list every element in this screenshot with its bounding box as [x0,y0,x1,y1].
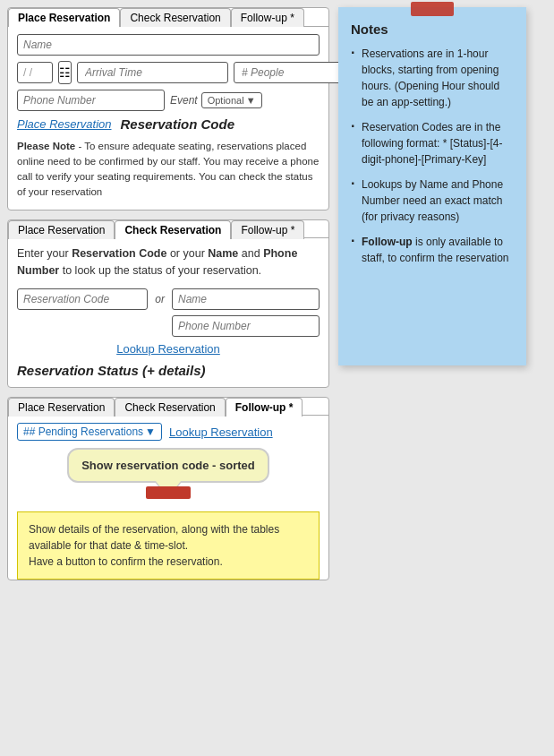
reservation-code-input[interactable] [17,288,148,310]
list-item: Reservations are in 1-hour blocks, start… [351,46,514,110]
or-text: or [155,293,165,305]
tab-place-reservation-2[interactable]: Place Reservation [8,220,115,239]
panel-followup: Place Reservation Check Reservation Foll… [7,397,329,581]
name-input-2[interactable] [172,288,320,310]
tooltip-wrapper: Show reservation code - sorted [17,448,320,483]
phone-input-1[interactable] [17,90,165,111]
tab-bar-3: Place Reservation Check Reservation Foll… [8,398,328,417]
bold-res-code: Reservation Code [72,247,166,260]
lookup-reservation-link-2[interactable]: Lookup Reservation [169,425,273,439]
panel1-body: / / ☷ Event Optional ▼ Place Reservation… [8,27,328,210]
event-select: Event Optional ▼ [170,92,262,108]
list-item: Lookups by Name and Phone Number need an… [351,176,514,225]
status-label: Reservation Status (+ details) [17,363,320,378]
tab-followup-2[interactable]: Follow-up [231,220,304,239]
tab-followup-3[interactable]: Follow-up [226,398,303,417]
arrival-time-input[interactable] [77,62,228,83]
right-column: Notes Reservations are in 1-hour blocks,… [338,7,526,749]
list-item: Follow-up is only available to staff, to… [351,234,514,266]
event-optional-dropdown[interactable]: Optional ▼ [201,92,262,108]
description-text: Enter your Reservation Code or your Name… [17,245,320,279]
pending-reservations-dropdown[interactable]: ## Pending Reservations ▼ [17,423,162,441]
panel2-body: Enter your Reservation Code or your Name… [8,238,328,387]
name-input[interactable] [17,34,320,56]
note-heading: Please Note [17,141,75,151]
panel-place-reservation: Place Reservation Check Reservation Foll… [7,7,329,210]
chevron-down-icon-2: ▼ [145,425,156,438]
notes-tape-decoration [411,2,454,16]
red-tape-wrapper [17,486,320,499]
bold-name: Name [208,247,238,260]
yellow-box-text: Show details of the reservation, along w… [29,523,279,568]
yellow-info-box: Show details of the reservation, along w… [17,511,320,580]
tab-check-reservation-1[interactable]: Check Reservation [120,8,230,27]
notes-panel: Notes Reservations are in 1-hour blocks,… [338,7,526,365]
notes-list: Reservations are in 1-hour blocks, start… [351,46,514,266]
date-input[interactable]: / / [17,62,53,83]
pending-row: ## Pending Reservations ▼ Lookup Reserva… [17,423,320,441]
tab-followup-1[interactable]: Follow-up [231,8,304,27]
phone-input-2[interactable] [172,315,320,337]
tab-check-reservation-3[interactable]: Check Reservation [115,398,225,417]
notes-title: Notes [351,21,514,37]
tab-bar-1: Place Reservation Check Reservation Foll… [8,8,328,27]
bold-followup: Follow-up [362,236,413,248]
event-label: Event [170,94,198,107]
calendar-icon[interactable]: ☷ [58,61,72,84]
left-column: Place Reservation Check Reservation Foll… [7,7,329,749]
chevron-down-icon: ▼ [246,95,256,106]
red-tape-decoration [146,486,191,499]
tab-place-reservation-1[interactable]: Place Reservation [8,8,120,27]
tooltip-bubble: Show reservation code - sorted [67,448,269,483]
panel3-body: ## Pending Reservations ▼ Lookup Reserva… [8,416,328,580]
tab-check-reservation-2[interactable]: Check Reservation [115,220,231,239]
list-item: Reservation Codes are in the following f… [351,119,514,168]
pending-label: ## Pending Reservations [23,425,143,438]
place-reservation-link[interactable]: Place Reservation [17,117,112,131]
panel-check-reservation: Place Reservation Check Reservation Foll… [7,219,329,388]
reservation-code-label: Reservation Code [121,116,235,132]
tab-place-reservation-3[interactable]: Place Reservation [8,398,115,417]
note-text: Please Note - To ensure adequate seating… [17,139,320,201]
lookup-reservation-link[interactable]: Lookup Reservation [116,342,220,356]
tab-bar-2: Place Reservation Check Reservation Foll… [8,220,328,239]
